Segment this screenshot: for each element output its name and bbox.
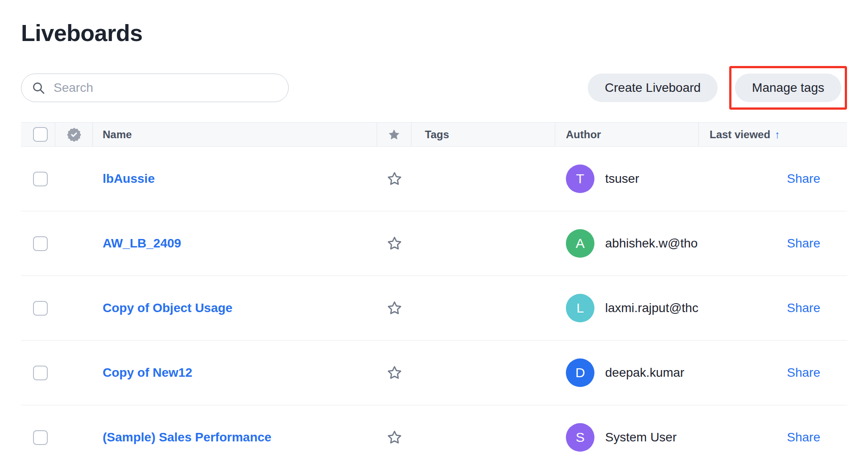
row-select-cell [21, 341, 55, 405]
search-input[interactable] [53, 80, 283, 95]
row-star-cell [377, 211, 411, 276]
share-link[interactable]: Share [787, 236, 820, 251]
verified-badge-icon [66, 127, 82, 142]
table-row: Copy of New12 D deepak.kumar Share [21, 341, 847, 405]
row-author-cell: A abhishek.w@tho [555, 211, 699, 276]
select-all-checkbox[interactable] [33, 127, 48, 142]
row-checkbox[interactable] [33, 301, 48, 316]
row-author-cell: S System User [555, 405, 699, 457]
manage-tags-button[interactable]: Manage tags [735, 74, 841, 102]
row-badge-cell [55, 405, 93, 457]
row-checkbox[interactable] [33, 366, 48, 380]
row-tags-cell [411, 147, 555, 211]
favorite-star-button[interactable] [386, 429, 403, 445]
row-checkbox[interactable] [33, 236, 48, 251]
row-name-cell: Copy of New12 [93, 341, 377, 405]
page-title: Liveboards [21, 20, 847, 46]
toolbar-buttons: Create Liveboard Manage tags [588, 66, 847, 110]
table-row: lbAussie T tsuser Share [21, 147, 847, 211]
author-name: abhishek.w@tho [605, 236, 698, 251]
row-tags-cell [411, 341, 555, 405]
liveboard-link[interactable]: Copy of New12 [103, 366, 192, 380]
row-name-cell: AW_LB_2409 [93, 211, 377, 276]
favorite-star-button[interactable] [386, 171, 403, 187]
row-name-cell: lbAussie [93, 147, 377, 211]
liveboard-link[interactable]: (Sample) Sales Performance [103, 430, 271, 445]
row-name-cell: Copy of Object Usage [93, 276, 377, 340]
star-outline-icon [386, 365, 403, 381]
row-checkbox[interactable] [33, 172, 48, 186]
star-outline-icon [386, 171, 403, 187]
liveboard-link[interactable]: AW_LB_2409 [103, 236, 181, 251]
row-tags-cell [411, 405, 555, 457]
liveboards-table: Name Tags Author Last viewed ↑ [21, 122, 847, 457]
search-box[interactable] [21, 74, 289, 102]
row-name-cell: (Sample) Sales Performance [93, 405, 377, 457]
table-row: (Sample) Sales Performance S System User… [21, 405, 847, 457]
create-liveboard-button[interactable]: Create Liveboard [588, 74, 718, 102]
share-link[interactable]: Share [787, 430, 820, 445]
row-select-cell [21, 405, 55, 457]
author-name: System User [605, 430, 677, 445]
header-author: Author [555, 123, 699, 146]
table-row: Copy of Object Usage L laxmi.rajput@thc … [21, 276, 847, 341]
row-tags-cell [411, 276, 555, 340]
row-actions-cell: Share [699, 276, 847, 340]
favorite-star-button[interactable] [386, 235, 403, 251]
manage-tags-highlight: Manage tags [729, 66, 847, 110]
liveboards-page: Liveboards Create Liveboard Manage tags [0, 0, 868, 457]
row-actions-cell: Share [699, 211, 847, 276]
liveboard-link[interactable]: lbAussie [103, 172, 155, 186]
row-star-cell [377, 276, 411, 340]
sort-ascending-icon[interactable]: ↑ [775, 128, 780, 141]
share-link[interactable]: Share [787, 301, 820, 315]
avatar: A [566, 229, 594, 258]
avatar: D [566, 358, 594, 387]
avatar: L [566, 294, 594, 322]
row-actions-cell: Share [699, 341, 847, 405]
row-badge-cell [55, 341, 93, 405]
row-tags-cell [411, 211, 555, 276]
header-name[interactable]: Name [93, 123, 377, 146]
row-select-cell [21, 147, 55, 211]
header-tags-label: Tags [425, 128, 449, 141]
favorite-star-button[interactable] [386, 365, 403, 381]
row-author-cell: T tsuser [555, 147, 699, 211]
row-author-cell: D deepak.kumar [555, 341, 699, 405]
row-star-cell [377, 341, 411, 405]
header-favorite[interactable] [377, 123, 411, 146]
author-name: laxmi.rajput@thc [605, 301, 698, 315]
row-actions-cell: Share [699, 147, 847, 211]
table-header: Name Tags Author Last viewed ↑ [21, 122, 847, 147]
search-icon [31, 81, 46, 95]
favorite-star-button[interactable] [386, 300, 403, 316]
header-last-viewed[interactable]: Last viewed ↑ [699, 123, 847, 146]
header-tags: Tags [411, 123, 555, 146]
liveboard-link[interactable]: Copy of Object Usage [103, 301, 233, 315]
header-select-cell [21, 123, 55, 146]
star-outline-icon [386, 429, 403, 445]
table-row: AW_LB_2409 A abhishek.w@tho Share [21, 211, 847, 276]
header-verified-cell [55, 123, 93, 146]
header-name-label: Name [103, 128, 132, 141]
row-checkbox[interactable] [33, 430, 48, 445]
header-last-viewed-label: Last viewed [710, 128, 770, 141]
row-badge-cell [55, 147, 93, 211]
toolbar: Create Liveboard Manage tags [21, 66, 847, 110]
avatar: S [566, 423, 594, 452]
share-link[interactable]: Share [787, 366, 820, 380]
avatar: T [566, 165, 594, 193]
share-link[interactable]: Share [787, 172, 820, 186]
row-star-cell [377, 147, 411, 211]
row-select-cell [21, 276, 55, 340]
header-author-label: Author [566, 128, 601, 141]
row-actions-cell: Share [699, 405, 847, 457]
row-star-cell [377, 405, 411, 457]
star-outline-icon [386, 300, 403, 316]
row-select-cell [21, 211, 55, 276]
star-outline-icon [386, 235, 403, 251]
row-badge-cell [55, 211, 93, 276]
author-name: deepak.kumar [605, 366, 684, 380]
row-badge-cell [55, 276, 93, 340]
row-author-cell: L laxmi.rajput@thc [555, 276, 699, 340]
